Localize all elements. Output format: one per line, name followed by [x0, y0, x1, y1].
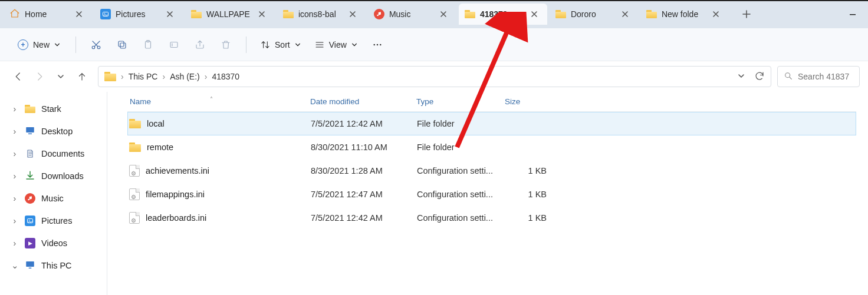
chevron-right-icon: › [11, 194, 19, 203]
rename-button[interactable] [162, 34, 186, 55]
close-icon[interactable] [163, 7, 177, 21]
cut-button[interactable] [84, 34, 108, 55]
tab-label: Pictures [116, 9, 158, 19]
close-icon[interactable] [527, 7, 541, 21]
column-header-type[interactable]: Type [416, 97, 505, 106]
breadcrumb-drive[interactable]: Ash (E:) [170, 72, 200, 81]
file-row[interactable]: leaderboards.ini7/5/2021 12:42 AMConfigu… [127, 206, 856, 230]
copy-button[interactable] [110, 34, 134, 55]
up-button[interactable] [75, 70, 88, 83]
search-input[interactable] [798, 72, 853, 81]
breadcrumb-thispc[interactable]: This PC [129, 72, 158, 81]
sidebar-item-label: Desktop [41, 127, 73, 136]
tab-icons8[interactable]: icons8-bal [277, 4, 366, 25]
home-icon [9, 8, 20, 21]
breadcrumb-current[interactable]: 418370 [212, 72, 239, 81]
chevron-right-icon: › [205, 72, 208, 81]
sidebar-item-music[interactable]: › Music [7, 187, 103, 210]
address-bar[interactable]: › This PC › Ash (E:) › 418370 [98, 66, 771, 87]
new-button[interactable]: + New [11, 34, 67, 55]
sort-icon [261, 40, 270, 49]
file-type: Configuration setti... [417, 213, 505, 223]
sidebar-item-desktop[interactable]: › Desktop [7, 120, 103, 142]
svg-point-17 [29, 220, 30, 221]
tab-music[interactable]: Music [368, 4, 456, 25]
chevron-down-icon [54, 42, 60, 48]
breadcrumb: This PC › Ash (E:) › 418370 [129, 72, 733, 81]
view-icon [315, 40, 324, 49]
folder-icon [283, 10, 294, 18]
chevron-right-icon: › [11, 104, 19, 114]
sidebar-item-label: Documents [41, 149, 84, 158]
svg-point-13 [785, 72, 790, 77]
videos-app-icon: ▶ [25, 238, 35, 248]
sort-label: Sort [275, 40, 290, 49]
sort-indicator-up-icon: ˄ [210, 96, 213, 102]
address-dropdown-button[interactable] [738, 72, 745, 81]
close-icon[interactable] [436, 7, 451, 21]
tab-home[interactable]: Home [4, 4, 92, 25]
sidebar-item-videos[interactable]: › ▶ Videos [7, 232, 103, 254]
folder-icon [555, 10, 566, 18]
ini-file-icon [129, 212, 140, 224]
sidebar-item-downloads[interactable]: › Downloads [7, 165, 103, 187]
sidebar-item-documents[interactable]: › Documents [7, 142, 103, 165]
sidebar-resizer[interactable] [106, 92, 108, 295]
close-icon[interactable] [255, 7, 269, 21]
sort-button[interactable]: Sort [255, 34, 307, 55]
folder-icon [465, 10, 475, 18]
tab-label: Home [25, 9, 67, 19]
sidebar-item-thispc[interactable]: ⌄ This PC [7, 254, 103, 277]
close-icon[interactable] [618, 7, 632, 21]
tabs-bar: Home Pictures WALLPAPE icons8-bal Music [0, 0, 868, 28]
column-header-name[interactable]: Name ˄ [127, 97, 310, 106]
recent-button[interactable] [54, 70, 67, 83]
divider [246, 37, 246, 53]
tab-dororo[interactable]: Dororo [550, 4, 638, 25]
search-icon [784, 71, 793, 82]
tab-418370[interactable]: 418370 [459, 4, 547, 25]
tab-newfolder[interactable]: New folde [640, 4, 729, 25]
forward-button[interactable] [33, 70, 46, 83]
new-tab-button[interactable] [736, 4, 757, 25]
svg-rect-14 [26, 127, 34, 132]
file-type: File folder [417, 119, 505, 128]
chevron-down-icon [295, 42, 301, 48]
delete-button[interactable] [214, 34, 238, 55]
sidebar-item-stark[interactable]: › Stark [7, 98, 103, 120]
sidebar-item-label: This PC [41, 261, 72, 270]
chevron-right-icon: › [162, 72, 165, 81]
search-box[interactable] [777, 66, 860, 87]
tab-label: WALLPAPE [206, 9, 250, 19]
svg-rect-6 [119, 41, 124, 47]
file-row[interactable]: local7/5/2021 12:42 AMFile folder [127, 112, 856, 135]
tab-label: 418370 [480, 9, 522, 19]
close-icon[interactable] [709, 7, 723, 21]
column-header-date[interactable]: Date modified [310, 97, 416, 106]
svg-point-10 [373, 44, 375, 45]
more-button[interactable] [366, 34, 389, 55]
refresh-button[interactable] [754, 71, 765, 83]
file-list: local7/5/2021 12:42 AMFile folderremote8… [127, 112, 856, 230]
file-name: remote [147, 142, 173, 152]
view-button[interactable]: View [309, 34, 363, 55]
file-row[interactable]: remote8/30/2021 11:10 AMFile folder [127, 135, 856, 159]
tab-wallpapers[interactable]: WALLPAPE [185, 4, 275, 25]
window-minimize-button[interactable] [841, 5, 864, 23]
close-icon[interactable] [346, 7, 360, 21]
close-icon[interactable] [72, 7, 86, 21]
sidebar-item-pictures[interactable]: › Pictures [7, 210, 103, 232]
new-label: New [33, 40, 50, 49]
ini-file-icon [129, 165, 140, 177]
nav-row: › This PC › Ash (E:) › 418370 [0, 61, 868, 92]
tab-pictures[interactable]: Pictures [94, 4, 183, 25]
file-row[interactable]: filemappings.ini7/5/2021 12:47 AMConfigu… [127, 183, 856, 206]
svg-rect-5 [120, 43, 126, 48]
chevron-down-icon: ⌄ [11, 261, 19, 270]
column-header-size[interactable]: Size [505, 97, 552, 106]
back-button[interactable] [12, 70, 25, 83]
share-button[interactable] [188, 34, 212, 55]
svg-rect-9 [170, 42, 177, 47]
paste-button[interactable] [136, 34, 160, 55]
file-row[interactable]: achievements.ini8/30/2021 1:28 AMConfigu… [127, 159, 856, 183]
